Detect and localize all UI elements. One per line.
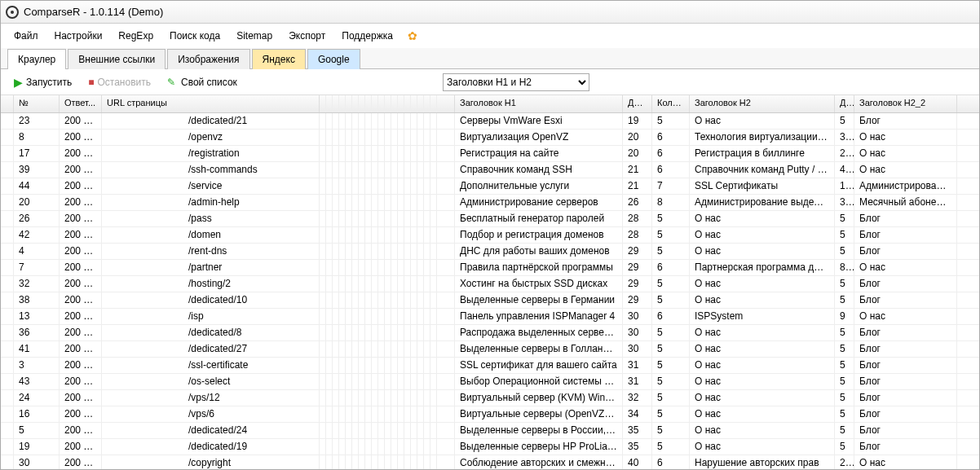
row-marker bbox=[1, 423, 14, 438]
cell-url: /vps/6 bbox=[102, 406, 320, 422]
cell-count: 5 bbox=[652, 113, 690, 129]
menu-settings[interactable]: Настройки bbox=[48, 27, 109, 45]
cell-h2-2: О нас bbox=[854, 309, 957, 324]
table-row[interactable]: 7200 OK/partnerПравила партнёрской прогр… bbox=[1, 260, 979, 276]
filter-select[interactable]: Заголовки H1 и H2 bbox=[443, 73, 589, 91]
cell-d: 5 bbox=[835, 325, 854, 340]
table-row[interactable]: 8200 OK/openvzВиртуализация OpenVZ206Тех… bbox=[1, 130, 979, 146]
cell-h2-2: О нас bbox=[854, 162, 957, 178]
table-row[interactable]: 38200 OK/dedicated/10Выделенные серверы … bbox=[1, 292, 979, 309]
table-row[interactable]: 13200 OK/ispПанель управления ISPManager… bbox=[1, 309, 979, 325]
cell-h2-2: Блог bbox=[854, 358, 957, 373]
col-url[interactable]: URL страницы bbox=[102, 95, 320, 112]
cell-no: 30 bbox=[14, 455, 60, 470]
cell-h2-2: О нас bbox=[854, 146, 957, 161]
table-row[interactable]: 5200 OK/dedicated/24Выделенные серверы в… bbox=[1, 423, 979, 439]
cell-url: /ssl-certificate bbox=[102, 358, 320, 373]
table-row[interactable]: 23200 OK/dedicated/21Серверы VmWare Esxi… bbox=[1, 113, 979, 130]
menu-regexp[interactable]: RegExp bbox=[112, 27, 160, 45]
table-row[interactable]: 19200 OK/dedicated/19Выделенные серверы … bbox=[1, 439, 979, 455]
col-response[interactable]: Ответ... bbox=[60, 95, 102, 112]
cell-h1: Справочник команд SSH bbox=[455, 162, 623, 178]
cell-count: 6 bbox=[652, 455, 690, 470]
cell-d: 2.. bbox=[835, 146, 854, 161]
row-marker bbox=[1, 439, 14, 455]
menu-file[interactable]: Файл bbox=[7, 27, 45, 45]
cell-response: 200 OK bbox=[60, 325, 102, 340]
table-row[interactable]: 32200 OK/hosting/2Хостинг на быстрых SSD… bbox=[1, 276, 979, 292]
col-no[interactable]: № bbox=[14, 95, 60, 112]
cell-count: 5 bbox=[652, 406, 690, 422]
cell-length: 29 bbox=[623, 244, 652, 259]
table-row[interactable]: 43200 OK/os-selectВыбор Операционной сис… bbox=[1, 374, 979, 390]
col-length[interactable]: Дли... bbox=[623, 95, 652, 112]
table-row[interactable]: 16200 OK/vps/6Виртуальные серверы (OpenV… bbox=[1, 406, 979, 423]
table-row[interactable]: 26200 OK/passБесплатный генератор пароле… bbox=[1, 211, 979, 227]
cell-response: 200 OK bbox=[60, 358, 102, 373]
table-row[interactable]: 41200 OK/dedicated/27Выделенные серверы … bbox=[1, 341, 979, 358]
cell-h1: Серверы VmWare Esxi bbox=[455, 113, 623, 129]
cell-h2: О нас bbox=[690, 406, 835, 422]
row-marker bbox=[1, 195, 14, 210]
cell-h2-2: Блог bbox=[854, 211, 957, 226]
mini-cols bbox=[320, 95, 437, 112]
cell-count: 6 bbox=[652, 309, 690, 324]
cell-spacer bbox=[437, 244, 455, 259]
cell-count: 6 bbox=[652, 146, 690, 161]
cell-h1: Панель управления ISPManager 4 bbox=[455, 309, 623, 324]
table-row[interactable]: 3200 OK/ssl-certificateSSL сертификат дл… bbox=[1, 358, 979, 374]
gear-icon[interactable]: ✿ bbox=[403, 29, 422, 42]
table-row[interactable]: 17200 OK/registrationРегистрация на сайт… bbox=[1, 146, 979, 162]
menu-support[interactable]: Поддержка bbox=[335, 27, 400, 45]
col-h1[interactable]: Заголовок H1 bbox=[455, 95, 623, 112]
cell-response: 200 OK bbox=[60, 439, 102, 455]
cell-count: 5 bbox=[652, 439, 690, 455]
tab-crawler[interactable]: Краулер bbox=[7, 49, 66, 69]
table-row[interactable]: 4200 OK/rent-dnsДНС для работы ваших дом… bbox=[1, 244, 979, 260]
menu-search[interactable]: Поиск кода bbox=[163, 27, 227, 45]
cell-response: 200 OK bbox=[60, 260, 102, 275]
table-row[interactable]: 30200 OK/copyrightСоблюдение авторских и… bbox=[1, 455, 979, 470]
cell-response: 200 OK bbox=[60, 309, 102, 324]
col-h2-2[interactable]: Заголовок H2_2 bbox=[854, 95, 957, 112]
table-row[interactable]: 20200 OK/admin-helpАдминистрирование сер… bbox=[1, 195, 979, 211]
cell-spacer bbox=[437, 227, 455, 243]
table-row[interactable]: 39200 OK/ssh-commandsСправочник команд S… bbox=[1, 162, 979, 178]
cell-url: /os-select bbox=[102, 374, 320, 389]
col-spacer[interactable] bbox=[437, 95, 455, 112]
cell-h2-2: Администрировани... bbox=[854, 178, 957, 194]
table-row[interactable]: 24200 OK/vps/12Виртуальный сервер (KVM) … bbox=[1, 390, 979, 406]
col-marker[interactable] bbox=[1, 95, 14, 112]
cell-h2-2: О нас bbox=[854, 130, 957, 145]
own-list-button[interactable]: Свой список bbox=[162, 74, 242, 90]
row-marker bbox=[1, 309, 14, 324]
menu-sitemap[interactable]: Sitemap bbox=[230, 27, 279, 45]
cell-count: 5 bbox=[652, 244, 690, 259]
cell-length: 26 bbox=[623, 195, 652, 210]
cell-url: /partner bbox=[102, 260, 320, 275]
app-icon bbox=[6, 6, 19, 19]
tab-google[interactable]: Google bbox=[307, 49, 360, 69]
cell-count: 5 bbox=[652, 211, 690, 226]
table-row[interactable]: 36200 OK/dedicated/8Распродажа выделенны… bbox=[1, 325, 979, 341]
cell-spacer bbox=[437, 292, 455, 308]
col-h2[interactable]: Заголовок H2 bbox=[690, 95, 835, 112]
cell-h2: Партнерская программа для вы... bbox=[690, 260, 835, 275]
tab-extlinks[interactable]: Внешние ссылки bbox=[68, 49, 166, 69]
cell-spacer bbox=[437, 325, 455, 340]
tab-images[interactable]: Изображения bbox=[167, 49, 249, 69]
cell-length: 35 bbox=[623, 423, 652, 438]
menu-export[interactable]: Экспорт bbox=[282, 27, 332, 45]
col-d[interactable]: Д.. bbox=[835, 95, 854, 112]
start-button[interactable]: ▶Запустить bbox=[9, 73, 77, 91]
stop-button[interactable]: ■Остановить bbox=[83, 74, 156, 90]
table-row[interactable]: 44200 OK/serviceДополнительные услуги217… bbox=[1, 178, 979, 195]
table-row[interactable]: 42200 OK/domenПодбор и регистрация домен… bbox=[1, 227, 979, 244]
col-count[interactable]: Кол-в... bbox=[652, 95, 690, 112]
cell-count: 5 bbox=[652, 227, 690, 243]
cell-length: 30 bbox=[623, 325, 652, 340]
row-marker bbox=[1, 244, 14, 259]
tab-yandex[interactable]: Яндекс bbox=[252, 49, 306, 69]
cell-spacer bbox=[437, 146, 455, 161]
cell-response: 200 OK bbox=[60, 292, 102, 308]
